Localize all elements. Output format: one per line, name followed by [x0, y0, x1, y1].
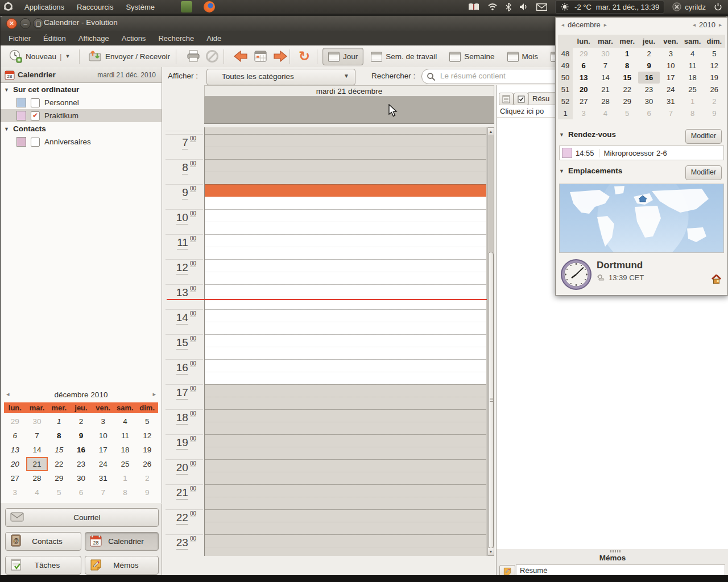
appointments-edit-button[interactable]: Modifier [685, 129, 722, 144]
next-year-icon[interactable]: ▸ [719, 22, 722, 28]
prev-year-icon[interactable]: ◂ [693, 22, 696, 28]
popup-day-cell[interactable]: 31 [660, 95, 681, 107]
clock-applet-button[interactable]: -2 °C mar. 21 déc., 13:39 [555, 1, 664, 14]
panel-menu-raccourcis[interactable]: Raccourcis [72, 2, 118, 13]
scrollbar-thumb[interactable] [488, 252, 494, 548]
tree-group-contacts[interactable]: ▼Contacts [1, 122, 162, 135]
mini-day-cell[interactable]: 4 [26, 485, 48, 500]
mini-day-cell[interactable]: 30 [26, 414, 48, 429]
popup-day-cell[interactable]: 20 [573, 84, 594, 95]
maximize-button[interactable]: ▢ [33, 18, 44, 29]
popup-day-cell[interactable]: 24 [660, 84, 681, 95]
popup-day-cell[interactable]: 1 [681, 95, 703, 107]
popup-day-cell[interactable]: 4 [594, 107, 616, 119]
mini-day-cell[interactable]: 20 [4, 457, 26, 471]
ubuntu-logo-icon[interactable] [3, 2, 13, 13]
scroll-down-icon[interactable]: ▼ [488, 548, 494, 555]
popup-day-cell[interactable]: 2 [638, 48, 660, 60]
panel-menu-systeme[interactable]: Système [121, 2, 160, 13]
popup-day-cell[interactable]: 17 [660, 72, 681, 84]
calendar-source-personnel[interactable]: Personnel [1, 96, 162, 109]
power-icon[interactable] [714, 3, 722, 11]
view-sem-de-travail-button[interactable]: Sem. de travail [366, 48, 442, 65]
switcher-memos-button[interactable]: Mémos [85, 556, 159, 575]
tasks-complete-column-button[interactable] [514, 93, 528, 106]
popup-day-cell[interactable]: 21 [594, 84, 616, 95]
menu-actions[interactable]: Actions [116, 32, 152, 44]
popup-day-cell[interactable]: 23 [638, 84, 660, 95]
new-button[interactable]: Nouveau | ▼ [4, 48, 75, 65]
mini-day-cell[interactable]: 24 [92, 457, 114, 471]
firefox-launcher-icon[interactable] [204, 1, 215, 13]
next-month-icon[interactable]: ▸ [604, 22, 607, 28]
send-receive-button[interactable]: Envoyer / Recevoir [84, 48, 175, 65]
locations-section-header[interactable]: ▼ Emplacements [559, 167, 622, 175]
mini-day-cell[interactable]: 28 [26, 471, 48, 485]
locations-edit-button[interactable]: Modifier [685, 165, 722, 180]
book-indicator-icon[interactable] [468, 3, 479, 11]
bluetooth-icon[interactable] [506, 3, 511, 11]
view-semaine-button[interactable]: Semaine [444, 48, 499, 65]
mini-calendar-next-icon[interactable]: ▸ [152, 390, 156, 398]
switcher-contacts-button[interactable]: @ Contacts [5, 532, 81, 551]
popup-day-cell[interactable]: 3 [660, 48, 681, 60]
popup-day-cell[interactable]: 5 [617, 107, 638, 119]
mini-day-cell[interactable]: 12 [136, 429, 158, 443]
popup-day-cell[interactable]: 8 [617, 60, 638, 72]
calendar-source-praktikum[interactable]: ✔Praktikum [1, 109, 162, 122]
mini-day-cell[interactable]: 19 [136, 443, 158, 457]
mini-day-cell[interactable]: 3 [92, 414, 114, 429]
view-mois-button[interactable]: Mois [502, 48, 544, 65]
memos-summary-header[interactable]: Résumé [516, 564, 725, 576]
popup-day-cell[interactable]: 2 [704, 95, 725, 107]
popup-day-cell[interactable]: 7 [594, 60, 616, 72]
mini-day-cell[interactable]: 21 [26, 457, 48, 471]
menu-aide[interactable]: Aide [201, 32, 227, 44]
mini-day-cell[interactable]: 26 [136, 457, 158, 471]
popup-day-cell[interactable]: 4 [681, 48, 703, 60]
mini-day-cell[interactable]: 9 [70, 429, 92, 443]
popup-day-cell[interactable]: 30 [638, 95, 660, 107]
mini-day-cell[interactable]: 6 [4, 429, 26, 443]
mini-day-cell[interactable]: 27 [4, 471, 26, 485]
popup-day-cell[interactable]: 14 [594, 72, 616, 84]
mini-day-cell[interactable]: 30 [70, 471, 92, 485]
popup-day-cell[interactable]: 8 [681, 107, 703, 119]
menu-recherche[interactable]: Recherche [152, 32, 200, 44]
calendar-source-anniversaires[interactable]: Anniversaires [1, 135, 162, 148]
appointment-row[interactable]: 14:55 Mikroprocessor 2-6 [559, 146, 724, 160]
mini-day-cell[interactable]: 1 [114, 471, 136, 485]
popup-day-cell[interactable]: 29 [617, 95, 638, 107]
popup-day-cell[interactable]: 3 [573, 107, 594, 119]
popup-day-cell[interactable]: 9 [704, 107, 725, 119]
mini-day-cell[interactable]: 11 [114, 429, 136, 443]
popup-day-cell[interactable]: 9 [638, 60, 660, 72]
checkbox[interactable] [31, 98, 40, 107]
mini-day-cell[interactable]: 22 [48, 457, 70, 471]
view-jour-button[interactable]: Jour [322, 48, 363, 65]
mini-day-cell[interactable]: 13 [4, 443, 26, 457]
mini-day-cell[interactable]: 23 [70, 457, 92, 471]
mail-envelope-icon[interactable] [536, 3, 547, 11]
popup-day-cell[interactable]: 25 [681, 84, 703, 95]
popup-day-cell[interactable]: 18 [681, 72, 703, 84]
mini-day-cell[interactable]: 16 [70, 443, 92, 457]
prev-month-icon[interactable]: ◂ [561, 22, 564, 28]
popup-day-cell[interactable]: 13 [573, 72, 594, 84]
refresh-button[interactable]: ↻ [294, 48, 315, 65]
popup-day-cell[interactable]: 7 [660, 107, 681, 119]
mini-day-cell[interactable]: 2 [70, 414, 92, 429]
mini-day-cell[interactable]: 8 [114, 485, 136, 500]
popup-day-cell[interactable]: 28 [594, 95, 616, 107]
plant-launcher-icon[interactable] [181, 1, 192, 13]
mini-day-cell[interactable]: 29 [48, 471, 70, 485]
switcher-taches-button[interactable]: Tâches [5, 556, 81, 575]
popup-day-cell[interactable]: 6 [638, 107, 660, 119]
day-grid[interactable] [204, 127, 487, 556]
popup-day-cell[interactable]: 16 [638, 72, 660, 84]
checkbox[interactable] [31, 138, 40, 147]
mini-day-cell[interactable]: 8 [48, 429, 70, 443]
popup-day-cell[interactable]: 22 [617, 84, 638, 95]
mini-day-cell[interactable]: 10 [92, 429, 114, 443]
scroll-up-icon[interactable]: ▲ [488, 128, 494, 135]
